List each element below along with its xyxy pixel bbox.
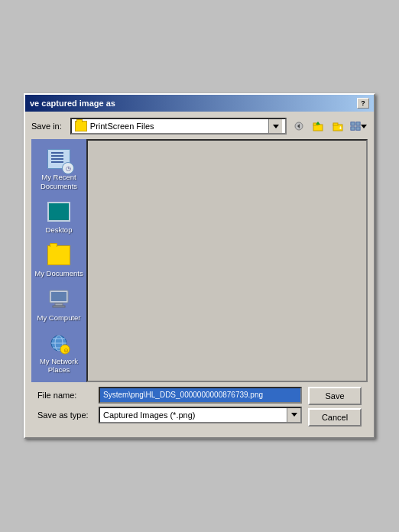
views-dropdown-icon (361, 125, 367, 128)
savetype-combo[interactable]: Captured Images (*.png) (99, 407, 302, 423)
main-area: ◷ My RecentDocuments Desktop My Doc (31, 139, 368, 382)
back-icon (294, 122, 304, 131)
dialog-title: ve captured image as (30, 99, 115, 108)
filename-label: File name: (37, 391, 99, 400)
back-button[interactable] (290, 118, 308, 135)
savetype-dropdown-arrow[interactable] (287, 408, 300, 422)
save-in-combo[interactable]: PrintScreen Files (70, 118, 287, 135)
save-dialog: ve captured image as ? Save in: PrintScr… (24, 93, 375, 439)
documents-folder-icon (47, 245, 70, 265)
save-button[interactable]: Save (308, 387, 362, 405)
help-button[interactable]: ? (357, 98, 369, 109)
svg-rect-13 (51, 292, 66, 301)
new-folder-button[interactable]: + (329, 118, 348, 135)
computer-svg-icon (47, 287, 71, 312)
toolbar-buttons: + (290, 118, 368, 135)
title-bar: ve captured image as ? (25, 95, 374, 112)
fields-column: File name: System\png\HL_DDS_00000000008… (37, 387, 302, 427)
clock-icon: ◷ (62, 162, 74, 174)
svg-text:☺: ☺ (63, 347, 70, 354)
recent-icon: ◷ (47, 147, 71, 171)
action-buttons: Save Cancel (308, 387, 362, 427)
title-bar-right: ? (357, 98, 369, 109)
up-folder-button[interactable] (310, 118, 328, 135)
sidebar-desktop-label: Desktop (46, 225, 73, 234)
bottom-area: File name: System\png\HL_DDS_00000000008… (31, 382, 368, 431)
sidebar-item-computer[interactable]: My Computer (31, 283, 86, 326)
savetype-label: Save as type: (37, 410, 99, 420)
computer-icon (47, 287, 71, 312)
documents-icon (47, 243, 71, 268)
file-browser[interactable] (86, 139, 368, 382)
bottom-fields: File name: System\png\HL_DDS_00000000008… (37, 387, 362, 427)
arrow-down-icon (273, 125, 279, 128)
sidebar: ◷ My RecentDocuments Desktop My Doc (31, 139, 86, 382)
svg-rect-6 (333, 123, 338, 125)
filename-value: System\png\HL_DDS_0000000000876739.png (103, 391, 263, 399)
desktop-icon (47, 200, 71, 224)
filename-row: File name: System\png\HL_DDS_00000000008… (37, 387, 302, 404)
sidebar-documents-label: My Documents (34, 269, 83, 277)
savetype-value: Captured Images (*.png) (103, 410, 297, 420)
network-svg-icon: ☺ (47, 331, 71, 355)
save-in-folder-name: PrintScreen Files (90, 122, 265, 131)
folder-icon (75, 121, 87, 131)
view-button[interactable] (349, 118, 368, 135)
svg-rect-10 (351, 127, 355, 130)
sidebar-computer-label: My Computer (37, 313, 80, 322)
toolbar-row: Save in: PrintScreen Files (31, 118, 368, 135)
filename-input[interactable]: System\png\HL_DDS_0000000000876739.png (99, 387, 302, 404)
svg-text:+: + (339, 125, 342, 131)
sidebar-recent-label: My RecentDocuments (41, 173, 77, 190)
save-in-label: Save in: (31, 122, 62, 131)
title-bar-left: ve captured image as (30, 99, 115, 108)
svg-rect-8 (351, 122, 355, 125)
svg-rect-15 (53, 306, 65, 307)
sidebar-item-documents[interactable]: My Documents (31, 238, 86, 282)
dialog-content: Save in: PrintScreen Files (25, 112, 374, 437)
desktop-monitor-icon (47, 202, 70, 222)
svg-rect-9 (356, 122, 360, 125)
sidebar-item-recent[interactable]: ◷ My RecentDocuments (31, 142, 86, 195)
views-icon (350, 121, 361, 131)
savetype-row: Save as type: Captured Images (*.png) (37, 407, 302, 423)
svg-rect-11 (356, 127, 360, 130)
new-folder-icon: + (332, 121, 345, 131)
savetype-arrow-icon (291, 413, 297, 417)
up-folder-icon (313, 121, 325, 131)
sidebar-item-network[interactable]: ☺ My NetworkPlaces (31, 326, 86, 379)
network-icon: ☺ (47, 331, 71, 355)
sidebar-network-label: My NetworkPlaces (40, 357, 78, 375)
save-in-dropdown-arrow[interactable] (268, 118, 282, 135)
cancel-button[interactable]: Cancel (308, 408, 362, 427)
sidebar-item-desktop[interactable]: Desktop (31, 195, 86, 238)
